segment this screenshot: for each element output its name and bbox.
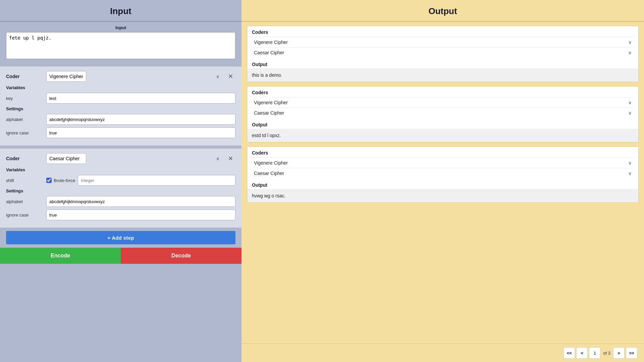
- output-value-3: hvwg wg o rsac.: [247, 189, 638, 202]
- brute-force-checkbox[interactable]: [46, 178, 52, 183]
- cipher-name-2b: Caesar Cipher: [254, 110, 284, 116]
- coder-select-1[interactable]: Vigenere Cipher Caesar Cipher ROT13 Atba…: [46, 71, 86, 82]
- page-prev-button[interactable]: <: [576, 347, 588, 359]
- setting-row-ignorecase-1: ignore case: [6, 127, 235, 138]
- var-row-shift: shift Brute-force: [6, 175, 235, 186]
- encode-button[interactable]: Encode: [0, 248, 121, 264]
- bottom-buttons: Encode Decode: [0, 248, 241, 264]
- coder-row-1: Coder Vigenere Cipher Caesar Cipher ROT1…: [6, 71, 235, 82]
- decode-button[interactable]: Decode: [121, 248, 241, 264]
- cipher-row-2b[interactable]: Caesar Cipher ∨: [252, 108, 634, 118]
- coder-row-2: Coder Vigenere Cipher Caesar Cipher ROT1…: [6, 153, 235, 164]
- coder-close-btn-2[interactable]: ✕: [225, 154, 235, 164]
- chevron-icon-2b: ∨: [628, 110, 632, 116]
- setting-row-alphabet-2: alphabet: [6, 196, 235, 207]
- page-last-button[interactable]: >>: [626, 347, 637, 359]
- cipher-name-3a: Vigenere Cipher: [254, 160, 288, 166]
- setting-input-alphabet-2[interactable]: [46, 196, 235, 207]
- setting-label-ignorecase-2: ignore case: [6, 213, 46, 218]
- input-section: Input: [0, 22, 241, 63]
- output-card-3: Coders Vigenere Cipher ∨ Caesar Cipher ∨…: [247, 146, 639, 203]
- setting-row-ignorecase-2: ignore case: [6, 209, 235, 220]
- settings-label-2: Settings: [6, 188, 235, 193]
- cipher-row-3b[interactable]: Caesar Cipher ∨: [252, 168, 634, 178]
- cipher-row-1a[interactable]: Vigenere Cipher ∨: [252, 37, 634, 47]
- output-value-1: this is a demo.: [247, 68, 638, 82]
- coder-select-wrapper-2: Vigenere Cipher Caesar Cipher ROT13 Atba…: [46, 153, 223, 164]
- chevron-icon-2a: ∨: [628, 100, 632, 105]
- coders-label-3: Coders: [252, 150, 634, 156]
- setting-label-alphabet-1: alphabet: [6, 117, 46, 122]
- setting-input-alphabet-1[interactable]: [46, 114, 235, 125]
- variables-label-2: Variables: [6, 167, 235, 172]
- coder-select-2[interactable]: Vigenere Cipher Caesar Cipher ROT13 Atba…: [46, 153, 86, 164]
- coder-close-btn-1[interactable]: ✕: [225, 71, 235, 81]
- coder-label-1: Coder: [6, 74, 46, 79]
- brute-force-label: Brute-force: [54, 178, 75, 183]
- setting-label-ignorecase-1: ignore case: [6, 130, 46, 135]
- coder-select-wrapper-1: Vigenere Cipher Caesar Cipher ROT13 Atba…: [46, 71, 223, 82]
- output-card-coders-1: Coders Vigenere Cipher ∨ Caesar Cipher ∨: [247, 26, 638, 59]
- input-textarea[interactable]: [6, 32, 235, 59]
- output-label-3: Output: [247, 180, 638, 189]
- var-input-key[interactable]: [46, 93, 235, 104]
- page-next-button[interactable]: >: [613, 347, 625, 359]
- page-current: 1: [589, 347, 600, 359]
- chevron-icon-3a: ∨: [628, 160, 632, 166]
- output-value-2: estd td l opxz.: [247, 129, 638, 142]
- output-card-coders-3: Coders Vigenere Cipher ∨ Caesar Cipher ∨: [247, 147, 638, 180]
- cipher-name-1b: Caesar Cipher: [254, 50, 284, 55]
- right-panel: Output Coders Vigenere Cipher ∨ Caesar C…: [241, 0, 644, 362]
- coders-label-2: Coders: [252, 90, 634, 95]
- input-label: Input: [6, 25, 235, 30]
- setting-input-ignorecase-2[interactable]: [46, 209, 235, 220]
- coder-label-2: Coder: [6, 156, 46, 161]
- output-scroll[interactable]: Coders Vigenere Cipher ∨ Caesar Cipher ∨…: [241, 22, 644, 344]
- brute-force-wrap: Brute-force: [46, 178, 75, 183]
- cipher-name-3b: Caesar Cipher: [254, 171, 284, 176]
- cipher-row-2a[interactable]: Vigenere Cipher ∨: [252, 97, 634, 108]
- output-label-1: Output: [247, 59, 638, 68]
- left-title: Input: [0, 0, 241, 22]
- cipher-name-2a: Vigenere Cipher: [254, 100, 288, 105]
- cipher-row-1b[interactable]: Caesar Cipher ∨: [252, 47, 634, 58]
- output-label-2: Output: [247, 119, 638, 129]
- page-of: of 3: [603, 351, 610, 356]
- output-card-coders-2: Coders Vigenere Cipher ∨ Caesar Cipher ∨: [247, 86, 638, 119]
- setting-input-ignorecase-1[interactable]: [46, 127, 235, 138]
- var-row-key: key: [6, 93, 235, 104]
- pagination: << < 1 of 3 > >>: [241, 344, 644, 362]
- var-input-shift[interactable]: [78, 175, 235, 186]
- page-first-button[interactable]: <<: [564, 347, 575, 359]
- cipher-name-1a: Vigenere Cipher: [254, 40, 288, 45]
- right-title: Output: [241, 0, 644, 22]
- chevron-icon-1a: ∨: [628, 40, 632, 45]
- coders-label-1: Coders: [252, 29, 634, 35]
- settings-label-1: Settings: [6, 106, 235, 111]
- var-label-key: key: [6, 96, 46, 101]
- coder-block-1: Coder Vigenere Cipher Caesar Cipher ROT1…: [0, 66, 241, 145]
- chevron-icon-1b: ∨: [628, 50, 632, 55]
- var-label-shift: shift: [6, 178, 46, 183]
- left-panel: Input Input Coder Vigenere Cipher Caesar…: [0, 0, 241, 362]
- coder-block-2: Coder Vigenere Cipher Caesar Cipher ROT1…: [0, 148, 241, 228]
- add-step-button[interactable]: + Add step: [6, 231, 235, 244]
- output-card-1: Coders Vigenere Cipher ∨ Caesar Cipher ∨…: [247, 26, 639, 82]
- setting-label-alphabet-2: alphabet: [6, 199, 46, 204]
- chevron-icon-3b: ∨: [628, 171, 632, 176]
- setting-row-alphabet-1: alphabet: [6, 114, 235, 125]
- variables-label-1: Variables: [6, 85, 235, 90]
- cipher-row-3a[interactable]: Vigenere Cipher ∨: [252, 158, 634, 168]
- output-card-2: Coders Vigenere Cipher ∨ Caesar Cipher ∨…: [247, 86, 639, 142]
